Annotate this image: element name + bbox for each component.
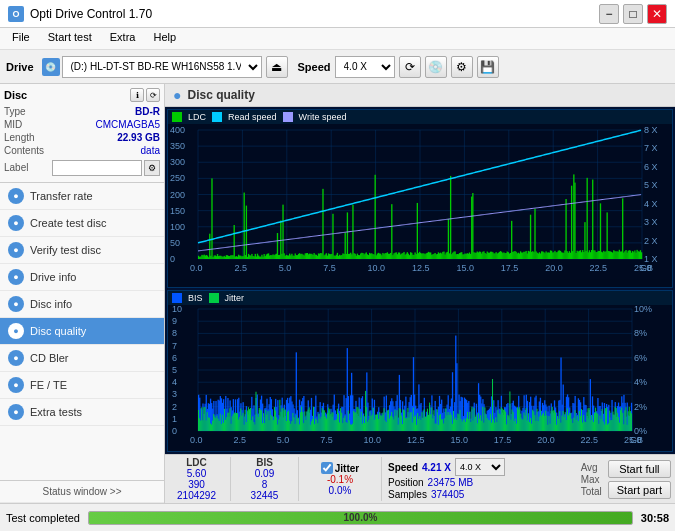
bis-avg: 0.09 (255, 468, 274, 479)
label-input[interactable] (52, 160, 142, 176)
write-speed-legend-label: Write speed (299, 112, 347, 122)
sidebar-item-disc-quality[interactable]: ●Disc quality (0, 318, 164, 345)
drive-select[interactable]: (D:) HL-DT-ST BD-RE WH16NS58 1.V1 (62, 56, 262, 78)
avg-label: Avg (581, 462, 602, 473)
bis-stats: BIS 0.09 8 32445 (237, 457, 292, 501)
maximize-button[interactable]: □ (623, 4, 643, 24)
ldc-chart: LDC Read speed Write speed (167, 109, 673, 288)
label-key: Label (4, 162, 28, 173)
speed-label: Speed (298, 61, 331, 73)
sidebar-label-verify-test-disc: Verify test disc (30, 244, 101, 256)
write-speed-legend-box (283, 112, 293, 122)
bis-legend-label: BIS (188, 293, 203, 303)
jitter-checkbox[interactable]: Jitter (321, 462, 359, 474)
status-bar: Test completed 100.0% 30:58 (0, 503, 675, 531)
mid-key: MID (4, 119, 22, 130)
content-icon: ● (173, 87, 181, 103)
sidebar-label-extra-tests: Extra tests (30, 406, 82, 418)
start-part-button[interactable]: Start part (608, 481, 671, 499)
save-button[interactable]: 💾 (477, 56, 499, 78)
sidebar-items: ●Transfer rate●Create test disc●Verify t… (0, 183, 164, 426)
sidebar-item-disc-info[interactable]: ●Disc info (0, 291, 164, 318)
sidebar-item-fe-te[interactable]: ●FE / TE (0, 372, 164, 399)
disc-button[interactable]: 💿 (425, 56, 447, 78)
jitter-legend-box (209, 293, 219, 303)
bis-legend-box (172, 293, 182, 303)
jitter-avg: -0.1% (327, 474, 353, 485)
app-title: Opti Drive Control 1.70 (30, 7, 152, 21)
sidebar-icon-drive-info: ● (8, 269, 24, 285)
speed-dropdown[interactable]: 4.0 X (455, 458, 505, 476)
minimize-button[interactable]: − (599, 4, 619, 24)
ldc-max: 390 (188, 479, 205, 490)
sidebar-icon-fe-te: ● (8, 377, 24, 393)
ldc-total: 2104292 (177, 490, 216, 501)
jitter-max: 0.0% (329, 485, 352, 496)
sidebar-icon-disc-quality: ● (8, 323, 24, 339)
length-key: Length (4, 132, 35, 143)
sidebar-icon-extra-tests: ● (8, 404, 24, 420)
toolbar: Drive 💿 (D:) HL-DT-ST BD-RE WH16NS58 1.V… (0, 50, 675, 84)
menu-extra[interactable]: Extra (102, 30, 144, 47)
max-label: Max (581, 474, 602, 485)
status-window-btn[interactable]: Status window >> (0, 481, 164, 503)
sidebar-item-drive-info[interactable]: ●Drive info (0, 264, 164, 291)
speed-header: Speed (388, 462, 418, 473)
ldc-header: LDC (186, 457, 207, 468)
jitter-check[interactable] (321, 462, 333, 474)
samples-header: Samples (388, 489, 427, 500)
samples-val: 374405 (431, 489, 464, 500)
close-button[interactable]: ✕ (647, 4, 667, 24)
progress-wrapper: 100.0% (88, 511, 633, 525)
status-text: Test completed (6, 512, 80, 524)
menu-start-test[interactable]: Start test (40, 30, 100, 47)
main-layout: Disc ℹ ⟳ Type BD-R MID CMCMAGBA5 Length … (0, 84, 675, 503)
ldc-legend-box (172, 112, 182, 122)
ldc-avg: 5.60 (187, 468, 206, 479)
menu-file[interactable]: File (4, 30, 38, 47)
read-speed-legend-box (212, 112, 222, 122)
start-full-button[interactable]: Start full (608, 460, 671, 478)
ldc-stats: LDC 5.60 390 2104292 (169, 457, 224, 501)
jitter-legend-label: Jitter (225, 293, 245, 303)
position-val: 23475 MB (428, 477, 474, 488)
type-val: BD-R (135, 106, 160, 117)
settings-button[interactable]: ⚙ (451, 56, 473, 78)
contents-val: data (141, 145, 160, 156)
speed-select[interactable]: 4.0 X (335, 56, 395, 78)
content-area: ● Disc quality LDC Read speed Write spee… (165, 84, 675, 503)
bis-chart: BIS Jitter (167, 290, 673, 452)
drive-icon: 💿 (42, 58, 60, 76)
menu-bar: File Start test Extra Help (0, 28, 675, 50)
drive-label: Drive (6, 61, 34, 73)
disc-title: Disc (4, 89, 27, 101)
sidebar-item-extra-tests[interactable]: ●Extra tests (0, 399, 164, 426)
refresh-button[interactable]: ⟳ (399, 56, 421, 78)
disc-refresh-btn[interactable]: ⟳ (146, 88, 160, 102)
sidebar-label-transfer-rate: Transfer rate (30, 190, 93, 202)
sidebar-icon-verify-test-disc: ● (8, 242, 24, 258)
stats-bar: LDC 5.60 390 2104292 BIS 0.09 8 32445 Ji… (165, 454, 675, 503)
contents-key: Contents (4, 145, 44, 156)
bis-chart-canvas (168, 305, 672, 451)
sidebar-label-disc-quality: Disc quality (30, 325, 86, 337)
mid-val: CMCMAGBA5 (96, 119, 160, 130)
eject-button[interactable]: ⏏ (266, 56, 288, 78)
sidebar-item-cd-bler[interactable]: ●CD Bler (0, 345, 164, 372)
app-icon: O (8, 6, 24, 22)
sidebar-label-disc-info: Disc info (30, 298, 72, 310)
sidebar-item-create-test-disc[interactable]: ●Create test disc (0, 210, 164, 237)
read-speed-legend-label: Read speed (228, 112, 277, 122)
disc-info-btn[interactable]: ℹ (130, 88, 144, 102)
sidebar-item-transfer-rate[interactable]: ●Transfer rate (0, 183, 164, 210)
progress-pct: 100.0% (88, 511, 633, 525)
length-val: 22.93 GB (117, 132, 160, 143)
sidebar-label-create-test-disc: Create test disc (30, 217, 106, 229)
label-edit-btn[interactable]: ⚙ (144, 160, 160, 176)
type-key: Type (4, 106, 26, 117)
title-bar: O Opti Drive Control 1.70 − □ ✕ (0, 0, 675, 28)
speed-val: 4.21 X (422, 462, 451, 473)
sidebar-item-verify-test-disc[interactable]: ●Verify test disc (0, 237, 164, 264)
menu-help[interactable]: Help (145, 30, 184, 47)
total-label: Total (581, 486, 602, 497)
